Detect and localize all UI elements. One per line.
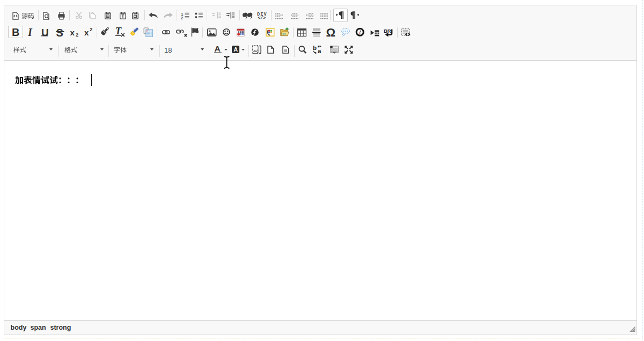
svg-text:A: A bbox=[233, 46, 238, 53]
svg-text:BR: BR bbox=[384, 28, 391, 34]
svg-text:b: b bbox=[313, 45, 317, 51]
svg-text:a: a bbox=[318, 48, 321, 54]
svg-text:</>: </> bbox=[258, 15, 266, 20]
svg-text:2: 2 bbox=[181, 16, 184, 20]
